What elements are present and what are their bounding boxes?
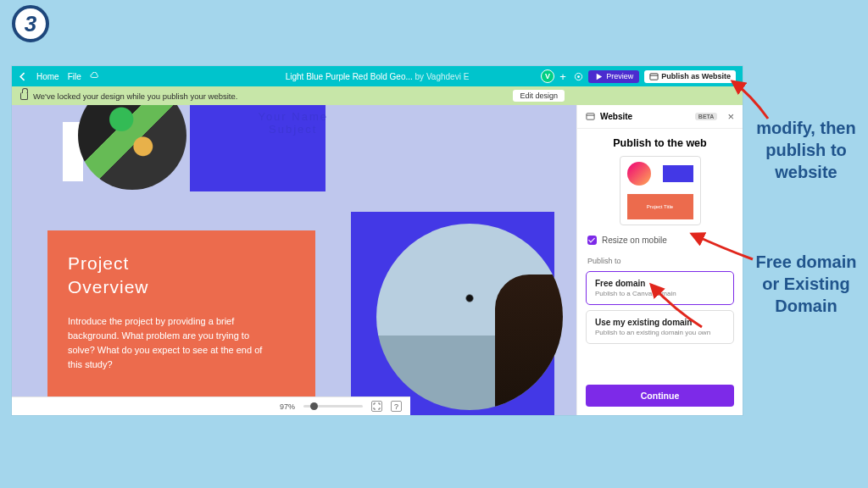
svg-rect-2 (650, 73, 658, 79)
app-window: Home File Light Blue Purple Red Bold Geo… (12, 66, 743, 415)
annotation-text: modify, then publish to website (749, 117, 863, 183)
publish-as-website-button[interactable]: Publish as Website (644, 70, 736, 83)
fullscreen-button[interactable] (371, 401, 382, 412)
cloud-status-icon (90, 72, 99, 81)
resize-mobile-checkbox[interactable] (587, 236, 597, 245)
present-icon[interactable] (574, 72, 583, 81)
continue-button[interactable]: Continue (586, 385, 734, 407)
panel-tab-label: Website (600, 112, 632, 121)
beta-badge: BETA (695, 113, 718, 120)
svg-rect-4 (587, 114, 594, 119)
back-icon[interactable] (19, 72, 28, 81)
preview-button[interactable]: Preview (588, 70, 639, 83)
notice-text: We've locked your design while you publi… (33, 92, 237, 101)
document-title: Light Blue Purple Red Bold Geo... by Vag… (286, 72, 470, 81)
panel-title: Publish to the web (577, 129, 743, 156)
file-menu[interactable]: File (68, 72, 81, 81)
canvas-footer: 97% ? (12, 396, 410, 415)
site-preview-thumbnail: Project Title (620, 156, 701, 225)
zoom-slider[interactable] (303, 405, 363, 408)
overview-card: Project Overview Introduce the project b… (47, 230, 315, 412)
resize-mobile-label: Resize on mobile (602, 236, 667, 245)
lock-icon (20, 92, 28, 100)
header-text: Your Name Subject (258, 110, 328, 136)
avatar[interactable]: V (541, 69, 554, 83)
publish-to-label: Publish to (577, 252, 743, 269)
locked-notice-bar: We've locked your design while you publi… (12, 86, 743, 105)
decor-image-circle (78, 105, 186, 190)
edit-design-button[interactable]: Edit design (513, 90, 565, 102)
add-member-icon[interactable]: + (559, 72, 569, 81)
option-free-domain[interactable]: Free domain Publish to a Canva domain (586, 271, 734, 305)
zoom-value: 97% (280, 402, 295, 411)
close-panel-button[interactable]: × (727, 110, 734, 123)
overview-title: Project Overview (68, 252, 295, 301)
decor-image-circle (376, 224, 563, 410)
help-button[interactable]: ? (391, 401, 402, 412)
design-canvas[interactable]: Your Name Subject Project Overview Intro… (12, 105, 576, 415)
option-existing-domain[interactable]: Use my existing domain Publish to an exi… (586, 310, 734, 344)
annotation-text: Free domain or Existing Domain (749, 251, 863, 317)
website-icon (586, 112, 595, 121)
top-menu-bar: Home File Light Blue Purple Red Bold Geo… (12, 66, 743, 86)
svg-point-1 (577, 75, 580, 78)
overview-body: Introduce the project by providing a bri… (68, 314, 271, 372)
step-badge: 3 (12, 5, 49, 42)
publish-panel: Website BETA × Publish to the web Projec… (576, 105, 743, 415)
home-link[interactable]: Home (36, 72, 59, 81)
